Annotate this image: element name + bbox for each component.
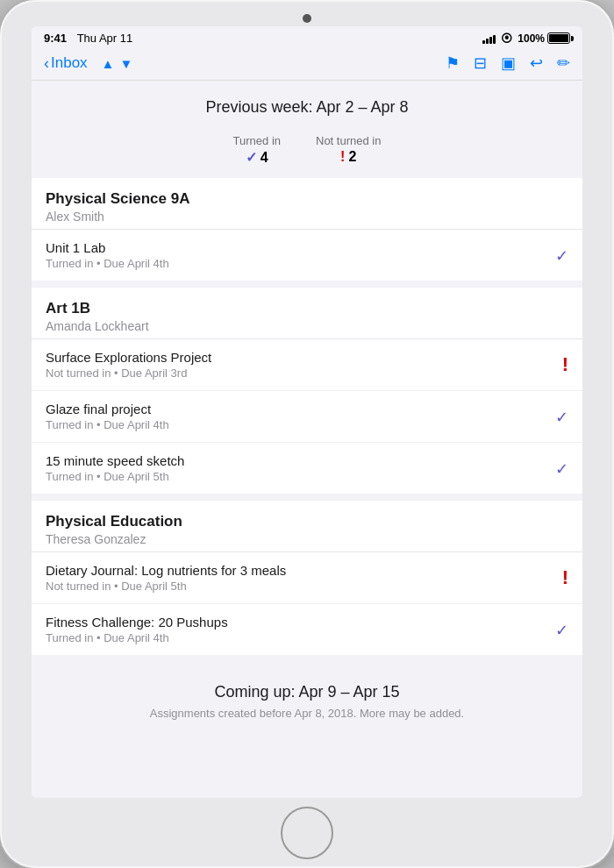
course-section-1: Art 1BAmanda LockheartSurface Exploratio… bbox=[32, 288, 582, 494]
table-row[interactable]: Glaze final projectTurned in • Due April… bbox=[32, 391, 582, 443]
status-time: 9:41 Thu Apr 11 bbox=[44, 32, 132, 45]
course-teacher: Amanda Lockheart bbox=[46, 319, 568, 333]
previous-week-title: Previous week: Apr 2 – Apr 8 bbox=[46, 98, 568, 117]
coming-up-subtitle: Assignments created before Apr 8, 2018. … bbox=[46, 707, 568, 720]
table-row[interactable]: 15 minute speed sketchTurned in • Due Ap… bbox=[32, 443, 582, 494]
content-area: Previous week: Apr 2 – Apr 8 Turned in ✓… bbox=[32, 81, 582, 798]
check-mark: ✓ bbox=[246, 149, 257, 166]
not-turned-in-count: 2 bbox=[348, 149, 356, 165]
course-name: Physical Education bbox=[46, 513, 568, 530]
status-right: ⦿ 100% bbox=[482, 32, 570, 45]
compose-icon[interactable]: ✏ bbox=[557, 53, 570, 73]
nav-left: ‹ Inbox ▲ ▼ bbox=[44, 54, 132, 72]
checkmark-icon: ✓ bbox=[555, 247, 568, 265]
assignment-meta: Turned in • Due April 4th bbox=[46, 631, 228, 644]
assignment-title: Fitness Challenge: 20 Pushups bbox=[46, 615, 228, 630]
courses-container: Physical Science 9AAlex SmithUnit 1 LabT… bbox=[32, 178, 582, 655]
assignment-meta: Turned in • Due April 4th bbox=[46, 257, 169, 270]
course-header-1: Art 1BAmanda Lockheart bbox=[32, 288, 582, 339]
back-label: Inbox bbox=[51, 54, 88, 72]
coming-up-section: Coming up: Apr 9 – Apr 15 Assignments cr… bbox=[32, 662, 582, 727]
table-row[interactable]: Fitness Challenge: 20 PushupsTurned in •… bbox=[32, 604, 582, 655]
status-bar: 9:41 Thu Apr 11 ⦿ 100% bbox=[32, 26, 582, 48]
archive-icon[interactable]: ▣ bbox=[501, 53, 516, 73]
course-teacher: Alex Smith bbox=[46, 210, 568, 224]
checkmark-icon: ✓ bbox=[555, 409, 568, 426]
not-turned-in-stat: Not turned in ! 2 bbox=[316, 134, 381, 166]
course-header-2: Physical EducationTheresa Gonzalez bbox=[32, 501, 582, 552]
assignment-info: Unit 1 LabTurned in • Due April 4th bbox=[46, 240, 169, 270]
course-section-2: Physical EducationTheresa GonzalezDietar… bbox=[32, 501, 582, 655]
table-row[interactable]: Unit 1 LabTurned in • Due April 4th✓ bbox=[32, 230, 582, 281]
camera bbox=[303, 14, 311, 23]
course-name: Physical Science 9A bbox=[46, 190, 568, 208]
ipad-frame: 9:41 Thu Apr 11 ⦿ 100% bbox=[0, 0, 614, 868]
turned-in-count: 4 bbox=[261, 150, 268, 166]
home-button[interactable] bbox=[281, 807, 333, 859]
assignment-title: 15 minute speed sketch bbox=[46, 453, 184, 468]
assignment-meta: Not turned in • Due April 3rd bbox=[46, 366, 211, 380]
table-row[interactable]: Dietary Journal: Log nutrients for 3 mea… bbox=[32, 552, 582, 604]
reply-icon[interactable]: ↩ bbox=[530, 53, 543, 73]
course-teacher: Theresa Gonzalez bbox=[46, 532, 568, 546]
back-button[interactable]: ‹ Inbox bbox=[44, 54, 88, 72]
assignment-title: Unit 1 Lab bbox=[46, 240, 169, 255]
exclamation-icon: ! bbox=[562, 353, 568, 375]
turned-in-stat: Turned in ✓ 4 bbox=[233, 134, 281, 166]
assignment-info: Glaze final projectTurned in • Due April… bbox=[46, 402, 169, 431]
up-arrow-button[interactable]: ▲ bbox=[102, 56, 115, 71]
table-row[interactable]: Surface Explorations ProjectNot turned i… bbox=[32, 339, 582, 391]
battery-icon bbox=[547, 32, 570, 44]
nav-arrows: ▲ ▼ bbox=[102, 56, 133, 71]
flag-icon[interactable]: ⚑ bbox=[446, 53, 460, 73]
folder-icon[interactable]: ⊟ bbox=[474, 53, 487, 73]
coming-up-title: Coming up: Apr 9 – Apr 15 bbox=[46, 683, 568, 701]
assignment-title: Surface Explorations Project bbox=[46, 350, 211, 365]
nav-bar: ‹ Inbox ▲ ▼ ⚑ ⊟ ▣ ↩ ✏ bbox=[32, 48, 582, 81]
assignment-meta: Turned in • Due April 4th bbox=[46, 418, 169, 431]
assignment-meta: Not turned in • Due April 5th bbox=[46, 580, 286, 593]
signal-icon bbox=[482, 33, 496, 44]
assignment-title: Dietary Journal: Log nutrients for 3 mea… bbox=[46, 563, 286, 578]
course-name: Art 1B bbox=[46, 300, 568, 317]
assignment-title: Glaze final project bbox=[46, 402, 169, 416]
nav-right: ⚑ ⊟ ▣ ↩ ✏ bbox=[446, 53, 570, 73]
assignment-info: 15 minute speed sketchTurned in • Due Ap… bbox=[46, 453, 184, 483]
course-header-0: Physical Science 9AAlex Smith bbox=[32, 178, 582, 230]
checkmark-icon: ✓ bbox=[555, 622, 568, 639]
screen: 9:41 Thu Apr 11 ⦿ 100% bbox=[32, 26, 582, 798]
course-section-0: Physical Science 9AAlex SmithUnit 1 LabT… bbox=[32, 178, 582, 281]
previous-week-header: Previous week: Apr 2 – Apr 8 bbox=[32, 81, 582, 127]
down-arrow-button[interactable]: ▼ bbox=[119, 56, 132, 71]
exclamation-icon: ! bbox=[562, 566, 568, 588]
wifi-icon: ⦿ bbox=[501, 32, 512, 45]
stats-row: Turned in ✓ 4 Not turned in ! 2 bbox=[32, 127, 582, 178]
chevron-left-icon: ‹ bbox=[44, 55, 49, 71]
assignment-meta: Turned in • Due April 5th bbox=[46, 470, 184, 483]
assignment-info: Surface Explorations ProjectNot turned i… bbox=[46, 350, 211, 380]
assignment-info: Dietary Journal: Log nutrients for 3 mea… bbox=[46, 563, 286, 593]
battery-indicator: 100% bbox=[518, 32, 570, 45]
assignment-info: Fitness Challenge: 20 PushupsTurned in •… bbox=[46, 615, 228, 644]
checkmark-icon: ✓ bbox=[555, 460, 568, 478]
exclaim-mark: ! bbox=[340, 149, 345, 165]
